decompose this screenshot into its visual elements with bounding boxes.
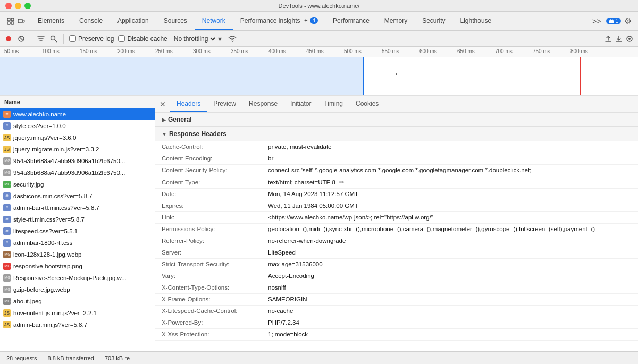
- download-icon[interactable]: [615, 35, 623, 43]
- svg-point-12: [232, 41, 233, 42]
- tab-memory[interactable]: Memory: [377, 12, 415, 30]
- file-item-14[interactable]: IMG Responsive-Screen-Mockup-Pack.jpg.w.…: [0, 272, 155, 284]
- minimize-button[interactable]: [15, 3, 21, 9]
- file-item-5[interactable]: IMG 954a3bb688a47abb93d906a1b2fc6750...: [0, 167, 155, 179]
- ruler-mark-150ms: 150 ms: [80, 48, 97, 54]
- file-name-10: litespeed.css?ver=5.5.1: [13, 228, 152, 234]
- header-row-content-type: Content-Type: text/html; charset=UTF-8 ✏: [155, 176, 638, 189]
- header-value-vary: Accept-Encoding: [268, 273, 632, 279]
- waterfall-load-line: [580, 57, 581, 95]
- file-item-15[interactable]: IMG gzip-before.jpg.webp: [0, 284, 155, 295]
- filter-settings-icon[interactable]: [625, 35, 634, 43]
- maximize-button[interactable]: [24, 3, 31, 9]
- header-name-xpb: X-Powered-By:: [162, 319, 268, 326]
- header-name-link: Link:: [162, 214, 268, 221]
- record-button[interactable]: [4, 35, 13, 43]
- file-item-1[interactable]: # style.css?ver=1.0.0: [0, 120, 155, 132]
- tab-lighthouse[interactable]: Lighthouse: [453, 12, 499, 30]
- header-value-xpb: PHP/7.2.34: [268, 319, 632, 326]
- file-item-0[interactable]: ≡ www.alechko.name: [0, 108, 155, 120]
- header-value-content-type: text/html; charset=UTF-8 ✏: [268, 179, 632, 186]
- svg-point-14: [628, 38, 631, 40]
- throttle-select[interactable]: No throttling: [172, 35, 217, 43]
- tab-console[interactable]: Console: [72, 12, 110, 30]
- header-value-server: LiteSpeed: [268, 249, 632, 256]
- detail-tab-cookies[interactable]: Cookies: [349, 96, 385, 112]
- general-section-header[interactable]: ▶ General: [155, 113, 638, 127]
- disable-cache-checkbox[interactable]: Disable cache: [118, 35, 167, 43]
- upload-icon[interactable]: [604, 35, 612, 43]
- file-name-14: Responsive-Screen-Mockup-Pack.jpg.w...: [13, 275, 152, 281]
- detail-tab-preview[interactable]: Preview: [207, 96, 242, 112]
- svg-rect-4: [18, 19, 22, 23]
- file-item-10[interactable]: # litespeed.css?ver=5.5.1: [0, 225, 155, 237]
- header-row-expires: Expires: Wed, 11 Jan 1984 05:00:00 GMT: [155, 200, 638, 212]
- header-value-xcto: nosniff: [268, 284, 632, 291]
- tab-elements[interactable]: Elements: [30, 12, 72, 30]
- tab-performance[interactable]: Performance: [325, 12, 377, 30]
- file-item-8[interactable]: # admin-bar-rtl.min.css?ver=5.8.7: [0, 202, 155, 214]
- close-button[interactable]: [5, 3, 12, 9]
- ruler-mark-800ms: 800 ms: [570, 48, 588, 54]
- ruler-mark-750ms: 750 ms: [533, 48, 550, 54]
- detail-tab-timing[interactable]: Timing: [317, 96, 349, 112]
- file-name-5: 954a3bb688a47abb93d906a1b2fc6750...: [13, 170, 152, 176]
- file-icon-css-7: #: [3, 192, 11, 200]
- wifi-icon[interactable]: [228, 35, 237, 43]
- detail-tab-response[interactable]: Response: [242, 96, 284, 112]
- file-item-12[interactable]: IMG icon-128x128-1.jpg.webp: [0, 249, 155, 260]
- file-item-13[interactable]: IMG responsive-bootstrap.png: [0, 260, 155, 272]
- file-item-7[interactable]: # dashicons.min.css?ver=5.8.7: [0, 190, 155, 202]
- throttle-dropdown-icon[interactable]: ▾: [218, 35, 222, 43]
- header-name-date: Date:: [162, 191, 268, 197]
- close-detail-button[interactable]: ✕: [160, 100, 166, 108]
- header-name-server: Server:: [162, 249, 268, 256]
- edit-content-type-icon[interactable]: ✏: [339, 179, 345, 186]
- svg-rect-2: [7, 22, 10, 24]
- timeline-waterfall[interactable]: [0, 57, 638, 96]
- file-item-9[interactable]: # style-rtl.min.css?ver=5.8.7: [0, 214, 155, 225]
- inspect-icon[interactable]: [6, 17, 15, 26]
- clear-button[interactable]: [17, 35, 26, 43]
- file-item-18[interactable]: JS admin-bar.min.js?ver=5.8.7: [0, 319, 155, 331]
- settings-button[interactable]: ⚙: [624, 16, 632, 26]
- svg-line-9: [20, 37, 23, 40]
- file-item-2[interactable]: JS jquery.min.js?ver=3.6.0: [0, 132, 155, 143]
- header-value-xlcc: no-cache: [268, 308, 632, 314]
- file-item-16[interactable]: IMG about.jpeg: [0, 295, 155, 307]
- file-icon-img-6: IMG: [3, 181, 11, 188]
- header-row-content-encoding: Content-Encoding: br: [155, 153, 638, 165]
- preserve-log-checkbox[interactable]: Preserve log: [69, 35, 114, 43]
- file-name-18: admin-bar.min.js?ver=5.8.7: [13, 321, 152, 328]
- file-item-4[interactable]: IMG 954a3bb688a47abb93d906a1b2fc6750...: [0, 155, 155, 167]
- file-name-15: gzip-before.jpg.webp: [13, 286, 152, 293]
- detail-panel: ✕ Headers Preview Response Initiator Tim…: [155, 96, 638, 351]
- file-icon-img-15: IMG: [3, 286, 11, 293]
- file-item-6[interactable]: IMG security.jpg: [0, 179, 155, 190]
- tab-network[interactable]: Network: [195, 12, 233, 30]
- svg-point-10: [51, 36, 55, 40]
- filter-button[interactable]: [37, 35, 45, 43]
- devtools-nav: Elements Console Application Sources Net…: [0, 12, 638, 31]
- file-item-17[interactable]: JS hoverintent-js.min.js?ver=2.2.1: [0, 307, 155, 319]
- tab-security[interactable]: Security: [415, 12, 452, 30]
- search-button[interactable]: [49, 35, 58, 43]
- response-headers-section-header[interactable]: ▼ Response Headers: [155, 127, 638, 141]
- responsive-icon[interactable]: [17, 17, 26, 26]
- tab-application[interactable]: Application: [110, 12, 156, 30]
- header-name-xlcc: X-Litespeed-Cache-Control:: [162, 308, 268, 314]
- detail-tab-initiator[interactable]: Initiator: [284, 96, 317, 112]
- tab-performance-insights[interactable]: Performance insights ✦ 4: [233, 12, 325, 30]
- file-name-12: icon-128x128-1.jpg.webp: [13, 251, 152, 258]
- detail-tab-headers[interactable]: Headers: [170, 96, 207, 112]
- file-item-11[interactable]: # adminbar-1800-rtl.css: [0, 237, 155, 249]
- file-item-3[interactable]: JS jquery-migrate.min.js?ver=3.3.2: [0, 143, 155, 155]
- file-icon-img-5: IMG: [3, 169, 11, 176]
- header-name-expires: Expires:: [162, 202, 268, 209]
- notification-badge[interactable]: 1: [606, 18, 621, 24]
- header-row-xcto: X-Content-Type-Options: nosniff: [155, 282, 638, 294]
- more-tabs-button[interactable]: >>: [590, 17, 603, 26]
- header-row-server: Server: LiteSpeed: [155, 247, 638, 259]
- ruler-mark-600ms: 600 ms: [419, 48, 437, 54]
- tab-sources[interactable]: Sources: [156, 12, 195, 30]
